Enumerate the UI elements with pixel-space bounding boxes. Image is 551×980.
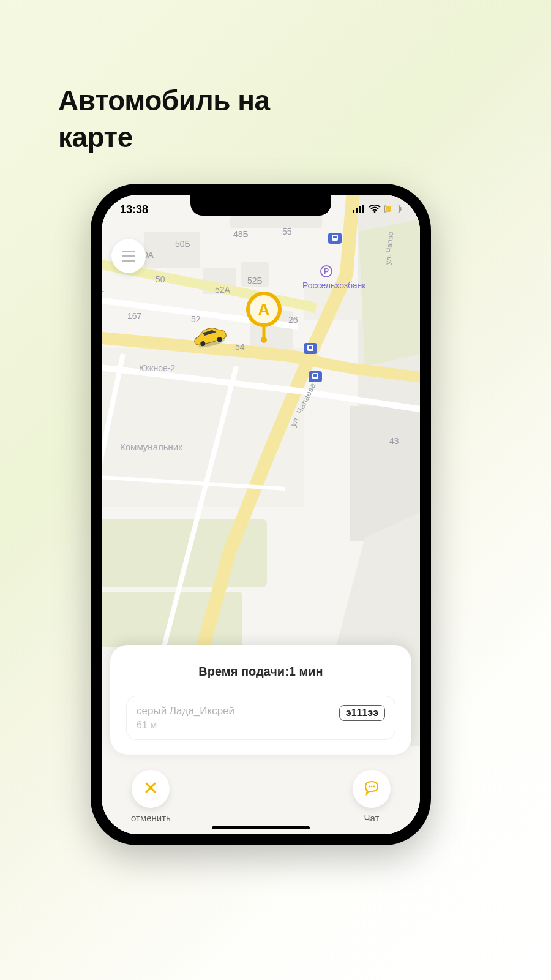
svg-rect-3 [362, 205, 364, 213]
menu-button[interactable] [111, 239, 146, 273]
house-number: 52А [215, 285, 230, 295]
phone-screen: 13:38 [102, 195, 420, 834]
svg-point-29 [369, 786, 370, 788]
area-label: Южное-2 [139, 363, 175, 373]
parking-icon: P [320, 265, 332, 277]
svg-rect-7 [400, 207, 402, 211]
close-icon [143, 780, 158, 797]
statusbar-time: 13:38 [120, 203, 148, 216]
bus-stop-icon [328, 233, 342, 244]
house-number: 167 [127, 311, 141, 321]
notch [190, 195, 331, 216]
trip-card: Время подачи:1 мин серый Лада_Иксрей 61 … [110, 645, 411, 755]
svg-point-31 [373, 786, 375, 788]
phone-mockup: 13:38 [91, 184, 431, 845]
svg-rect-6 [386, 206, 391, 212]
house-number: 52 [191, 314, 201, 324]
chat-button[interactable]: Чат [353, 770, 391, 823]
car-info-row[interactable]: серый Лада_Иксрей 61 м э111ээ [126, 696, 395, 740]
battery-icon [384, 203, 402, 216]
bus-stop-icon [304, 343, 317, 354]
promo-headline: Автомобиль на карте [58, 83, 270, 156]
cancel-label: отменить [131, 813, 171, 823]
eta-text: Время подачи:1 мин [126, 665, 395, 679]
headline-line2: карте [58, 121, 133, 153]
svg-point-30 [371, 786, 373, 788]
house-number: 43 [389, 436, 399, 446]
pickup-letter: A [258, 300, 270, 319]
svg-rect-2 [359, 206, 361, 213]
car-distance: 61 м [137, 720, 234, 731]
svg-rect-1 [356, 208, 358, 213]
svg-rect-25 [313, 374, 317, 377]
poi-label: Россельхозбанк [302, 281, 365, 290]
pickup-marker: A [246, 292, 282, 339]
house-number: 50Б [175, 239, 190, 249]
cellular-icon [353, 203, 365, 216]
house-number: 55 [282, 227, 292, 236]
chat-label: Чат [364, 813, 380, 823]
house-number: 52Б [247, 276, 263, 285]
headline-line1: Автомобиль на [58, 85, 270, 116]
svg-rect-0 [353, 210, 354, 213]
chat-icon [363, 779, 380, 799]
bus-stop-icon [309, 371, 322, 382]
house-number: 50 [156, 274, 165, 284]
wifi-icon [369, 203, 381, 216]
svg-rect-23 [309, 346, 312, 349]
area-label: Коммунальник [120, 442, 182, 452]
bottom-actions: отменить Чат [102, 770, 420, 823]
home-indicator [212, 826, 310, 829]
car-name: серый Лада_Иксрей [137, 705, 234, 717]
house-number: 48Б [233, 229, 249, 239]
area-label: ое-1 [102, 284, 104, 293]
svg-rect-21 [333, 236, 337, 238]
cancel-button[interactable]: отменить [131, 770, 171, 823]
house-number: 26 [288, 315, 298, 325]
svg-point-4 [374, 211, 376, 213]
house-number: 54 [235, 342, 245, 352]
license-plate: э111ээ [339, 705, 385, 721]
